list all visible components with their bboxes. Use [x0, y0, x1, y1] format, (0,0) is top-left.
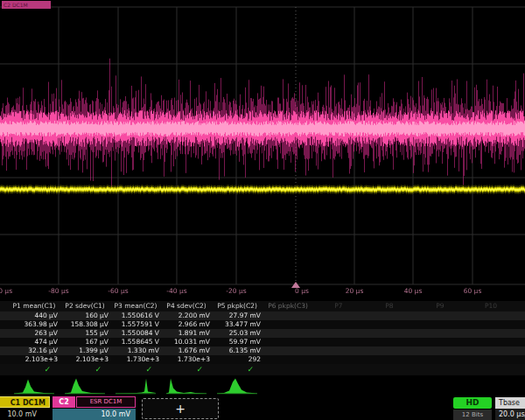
measure-value: 32.16 µV — [9, 346, 58, 355]
histicon-p1[interactable] — [14, 376, 54, 395]
measure-value: 1.891 mV — [161, 329, 210, 338]
measure-value: 25.03 mV — [212, 329, 261, 338]
time-tick: 0 µs — [295, 287, 309, 295]
timebase-descriptor[interactable]: Tbase — [495, 397, 525, 409]
status-check-icon: ✓ — [9, 364, 58, 375]
time-tick: 60 µs — [464, 287, 482, 295]
measure-row-min: 263 µV 155 µV 1.550084 V 1.891 mV 25.03 … — [0, 329, 525, 338]
measure-value: 440 µV — [9, 312, 58, 320]
measure-value: 1.730e+3 — [110, 355, 159, 364]
param-header-p8[interactable]: P8 — [364, 301, 415, 312]
waveform-traces — [0, 0, 525, 289]
param-header-p5[interactable]: P5 pkpk(C2) — [212, 301, 262, 312]
measure-value: 167 µV — [60, 338, 108, 346]
measure-value: 263 µV — [9, 329, 58, 338]
measure-row-value: 440 µV 160 µV 1.550616 V 2.200 mV 27.97 … — [0, 312, 525, 320]
measure-value: 363.98 µV — [9, 320, 58, 329]
param-header-p1[interactable]: P1 mean(C1) — [9, 301, 60, 312]
measure-value: 1.676 mV — [161, 346, 210, 355]
measure-value: 292 — [212, 355, 261, 364]
histicon-p2[interactable] — [65, 376, 105, 395]
measure-value: 59.97 mV — [212, 338, 261, 346]
status-check-icon: ✓ — [212, 364, 261, 375]
measure-value: 2.200 mV — [161, 312, 210, 320]
measure-value: 1.730e+3 — [161, 355, 210, 364]
param-header-p9[interactable]: P9 — [415, 301, 466, 312]
measure-value: 6.135 mV — [212, 346, 261, 355]
param-header-p7[interactable]: P7 — [313, 301, 364, 312]
measure-value: 2.103e+3 — [9, 355, 58, 364]
channel-c2-coupling[interactable]: ESR DC1M — [76, 396, 136, 408]
measure-value: 155 µV — [60, 329, 108, 338]
hd-bits-label: 12 Bits — [453, 410, 492, 420]
measure-row-num: 2.103e+3 2.103e+3 1.730e+3 1.730e+3 292 — [0, 355, 525, 364]
param-header-p3[interactable]: P3 mean(C2) — [110, 301, 161, 312]
time-tick: -60 µs — [108, 287, 128, 295]
param-header-p2[interactable]: P2 sdev(C1) — [60, 301, 110, 312]
measure-row-sdev: 32.16 µV 1.399 µV 1.330 mV 1.676 mV 6.13… — [0, 346, 525, 355]
time-tick: -100 µs — [0, 287, 12, 295]
measure-value: 27.97 mV — [212, 312, 261, 320]
measure-value: 1.557591 V — [110, 320, 159, 329]
histicon-p4[interactable] — [166, 376, 206, 395]
measure-value: 1.330 mV — [110, 346, 159, 355]
measure-value: 158.308 µV — [60, 320, 108, 329]
channel-c2-vdiv: 10.0 mV — [52, 409, 136, 420]
measure-value: 160 µV — [60, 312, 108, 320]
add-trace-button[interactable]: + — [142, 398, 219, 419]
status-check-icon: ✓ — [60, 364, 108, 375]
histicon-p5[interactable] — [217, 376, 257, 395]
trace-annotation-badge: C2 DC1M — [2, 1, 51, 9]
trigger-position-marker-icon[interactable] — [291, 282, 300, 288]
time-tick: -20 µs — [226, 287, 246, 295]
measure-value: 2.103e+3 — [60, 355, 108, 364]
timebase-value: 20.0 µs/div — [495, 409, 525, 420]
time-tick: 40 µs — [404, 287, 423, 295]
measure-value: 1.550084 V — [110, 329, 159, 338]
status-check-icon: ✓ — [110, 364, 159, 375]
oscilloscope-screen: C2 DC1M -100 µs -80 µs -60 µs -40 µs -20… — [0, 0, 525, 420]
measure-row-mean: 363.98 µV 158.308 µV 1.557591 V 2.966 mV… — [0, 320, 525, 329]
measure-value: 474 µV — [9, 338, 58, 346]
channel-c2-descriptor[interactable]: C2 — [52, 396, 75, 408]
measure-value: 1.399 µV — [60, 346, 108, 355]
measure-status-row: ✓ ✓ ✓ ✓ ✓ — [0, 364, 525, 375]
measure-value: 33.477 mV — [212, 320, 261, 329]
measurement-table: P1 mean(C1) P2 sdev(C1) P3 mean(C2) P4 s… — [0, 301, 525, 375]
channel-c1-descriptor[interactable]: C1 DC1M — [0, 396, 50, 408]
time-tick: -40 µs — [166, 287, 186, 295]
time-axis: -100 µs -80 µs -60 µs -40 µs -20 µs 0 µs… — [0, 284, 525, 298]
hd-mode-badge[interactable]: HD — [453, 397, 492, 409]
measure-value: 10.031 mV — [161, 338, 210, 346]
measure-value: 1.550616 V — [110, 312, 159, 320]
measurement-header-row: P1 mean(C1) P2 sdev(C1) P3 mean(C2) P4 s… — [0, 301, 525, 312]
channel-c1-vdiv: 10.0 mV — [0, 409, 37, 420]
time-tick: 20 µs — [346, 287, 364, 295]
time-tick: -80 µs — [48, 287, 68, 295]
param-header-p4[interactable]: P4 sdev(C2) — [161, 301, 212, 312]
measure-value: 2.966 mV — [161, 320, 210, 329]
param-header-p6[interactable]: P6 pkpk(C3) — [262, 301, 313, 312]
measure-row-max: 474 µV 167 µV 1.558645 V 10.031 mV 59.97… — [0, 338, 525, 346]
status-check-icon: ✓ — [161, 364, 210, 375]
histicon-p3[interactable] — [116, 376, 156, 395]
param-header-p10[interactable]: P10 — [466, 301, 516, 312]
measure-value: 1.558645 V — [110, 338, 159, 346]
